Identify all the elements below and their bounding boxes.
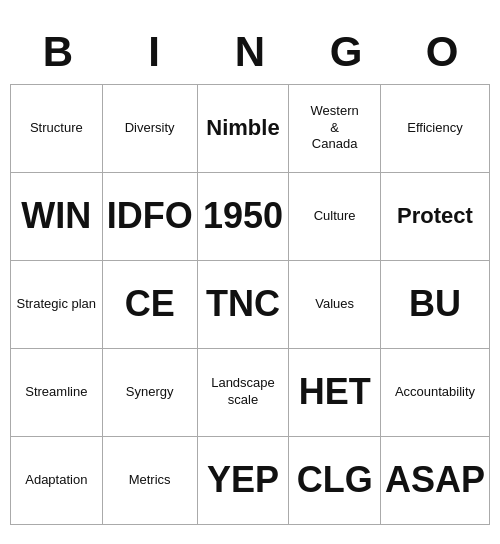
cell-text-r0-c1: Diversity — [125, 120, 175, 137]
cell-text-r3-c1: Synergy — [126, 384, 174, 401]
cell-r3-c2: Landscape scale — [198, 349, 290, 437]
cell-text-r4-c1: Metrics — [129, 472, 171, 489]
cell-r4-c4: ASAP — [381, 437, 490, 525]
cell-r4-c1: Metrics — [103, 437, 198, 525]
cell-text-r1-c2: 1950 — [203, 193, 283, 240]
cell-r1-c3: Culture — [289, 173, 381, 261]
header-i: I — [106, 20, 202, 84]
bingo-grid: StructureDiversityNimbleWestern & Canada… — [10, 84, 490, 525]
cell-r3-c4: Accountability — [381, 349, 490, 437]
header-b: B — [10, 20, 106, 84]
cell-r3-c0: Streamline — [11, 349, 103, 437]
cell-text-r2-c4: BU — [409, 281, 461, 328]
cell-text-r2-c2: TNC — [206, 281, 280, 328]
cell-text-r4-c2: YEP — [207, 457, 279, 504]
bingo-header: B I N G O — [10, 20, 490, 84]
cell-r1-c0: WIN — [11, 173, 103, 261]
cell-r2-c0: Strategic plan — [11, 261, 103, 349]
cell-text-r0-c3: Western & Canada — [311, 103, 359, 154]
cell-r0-c4: Efficiency — [381, 85, 490, 173]
cell-text-r1-c4: Protect — [397, 202, 473, 231]
cell-text-r1-c0: WIN — [21, 193, 91, 240]
bingo-card: B I N G O StructureDiversityNimbleWester… — [10, 20, 490, 525]
cell-text-r2-c3: Values — [315, 296, 354, 313]
cell-r0-c0: Structure — [11, 85, 103, 173]
cell-r2-c1: CE — [103, 261, 198, 349]
cell-r2-c4: BU — [381, 261, 490, 349]
cell-r4-c2: YEP — [198, 437, 290, 525]
cell-r0-c3: Western & Canada — [289, 85, 381, 173]
cell-text-r1-c3: Culture — [314, 208, 356, 225]
cell-r4-c3: CLG — [289, 437, 381, 525]
cell-r4-c0: Adaptation — [11, 437, 103, 525]
header-g: G — [298, 20, 394, 84]
cell-r0-c2: Nimble — [198, 85, 290, 173]
cell-text-r0-c0: Structure — [30, 120, 83, 137]
cell-text-r3-c3: HET — [299, 369, 371, 416]
cell-r2-c3: Values — [289, 261, 381, 349]
cell-r1-c4: Protect — [381, 173, 490, 261]
cell-r3-c3: HET — [289, 349, 381, 437]
cell-text-r4-c0: Adaptation — [25, 472, 87, 489]
cell-text-r2-c0: Strategic plan — [17, 296, 97, 313]
cell-text-r2-c1: CE — [125, 281, 175, 328]
cell-r1-c2: 1950 — [198, 173, 290, 261]
cell-r1-c1: IDFO — [103, 173, 198, 261]
cell-text-r3-c0: Streamline — [25, 384, 87, 401]
cell-text-r0-c2: Nimble — [206, 114, 279, 143]
cell-text-r1-c1: IDFO — [107, 193, 193, 240]
cell-r3-c1: Synergy — [103, 349, 198, 437]
cell-text-r0-c4: Efficiency — [407, 120, 462, 137]
cell-text-r3-c4: Accountability — [395, 384, 475, 401]
cell-text-r4-c4: ASAP — [385, 457, 485, 504]
header-o: O — [394, 20, 490, 84]
header-n: N — [202, 20, 298, 84]
cell-r2-c2: TNC — [198, 261, 290, 349]
cell-r0-c1: Diversity — [103, 85, 198, 173]
cell-text-r4-c3: CLG — [297, 457, 373, 504]
cell-text-r3-c2: Landscape scale — [202, 375, 285, 409]
